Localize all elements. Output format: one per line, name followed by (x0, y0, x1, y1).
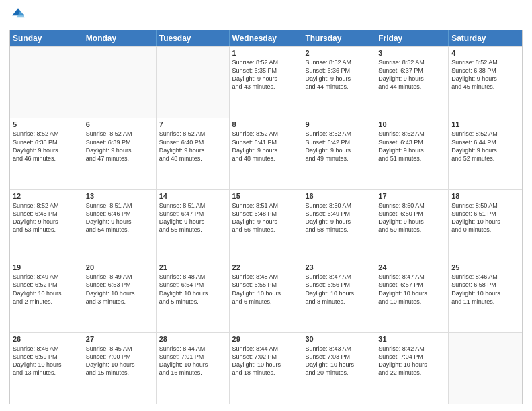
header (9, 7, 523, 24)
day-number: 18 (451, 192, 519, 200)
logo (9, 7, 28, 24)
empty-cell-4-6 (449, 333, 522, 404)
day-cell-19: 19Sunrise: 8:49 AM Sunset: 6:52 PM Dayli… (10, 261, 83, 332)
day-cell-16: 16Sunrise: 8:50 AM Sunset: 6:49 PM Dayli… (302, 190, 375, 261)
calendar-row-4: 26Sunrise: 8:46 AM Sunset: 6:59 PM Dayli… (10, 332, 522, 404)
day-cell-7: 7Sunrise: 8:52 AM Sunset: 6:40 PM Daylig… (157, 118, 230, 189)
day-info: Sunrise: 8:50 AM Sunset: 6:51 PM Dayligh… (451, 201, 519, 234)
day-number: 8 (232, 120, 300, 128)
day-number: 29 (232, 335, 300, 343)
day-info: Sunrise: 8:52 AM Sunset: 6:43 PM Dayligh… (378, 130, 445, 163)
calendar: SundayMondayTuesdayWednesdayThursdayFrid… (9, 30, 523, 404)
day-info: Sunrise: 8:43 AM Sunset: 7:03 PM Dayligh… (305, 345, 372, 377)
day-cell-26: 26Sunrise: 8:46 AM Sunset: 6:59 PM Dayli… (10, 333, 83, 404)
day-cell-24: 24Sunrise: 8:47 AM Sunset: 6:57 PM Dayli… (375, 261, 449, 332)
day-cell-28: 28Sunrise: 8:44 AM Sunset: 7:01 PM Dayli… (157, 333, 230, 404)
day-number: 20 (86, 263, 153, 271)
calendar-row-1: 5Sunrise: 8:52 AM Sunset: 6:38 PM Daylig… (10, 118, 522, 189)
day-info: Sunrise: 8:52 AM Sunset: 6:41 PM Dayligh… (232, 130, 300, 163)
day-info: Sunrise: 8:52 AM Sunset: 6:42 PM Dayligh… (305, 130, 372, 163)
empty-cell-0-1 (83, 47, 157, 118)
day-cell-31: 31Sunrise: 8:42 AM Sunset: 7:04 PM Dayli… (375, 333, 449, 404)
day-number: 7 (159, 120, 226, 128)
day-cell-30: 30Sunrise: 8:43 AM Sunset: 7:03 PM Dayli… (302, 333, 375, 404)
day-info: Sunrise: 8:44 AM Sunset: 7:01 PM Dayligh… (159, 345, 226, 377)
day-info: Sunrise: 8:52 AM Sunset: 6:36 PM Dayligh… (305, 58, 372, 91)
day-number: 23 (305, 263, 372, 271)
day-cell-2: 2Sunrise: 8:52 AM Sunset: 6:36 PM Daylig… (302, 47, 375, 118)
day-number: 12 (13, 192, 80, 200)
day-cell-5: 5Sunrise: 8:52 AM Sunset: 6:38 PM Daylig… (10, 118, 83, 189)
day-cell-21: 21Sunrise: 8:48 AM Sunset: 6:54 PM Dayli… (157, 261, 230, 332)
day-cell-23: 23Sunrise: 8:47 AM Sunset: 6:56 PM Dayli… (302, 261, 375, 332)
header-cell-monday: Monday (83, 30, 157, 46)
header-cell-sunday: Sunday (10, 30, 83, 46)
day-number: 22 (232, 263, 300, 271)
day-info: Sunrise: 8:51 AM Sunset: 6:47 PM Dayligh… (159, 201, 226, 234)
day-number: 15 (232, 192, 300, 200)
day-number: 1 (232, 49, 300, 57)
day-number: 26 (13, 335, 80, 343)
header-cell-wednesday: Wednesday (230, 30, 303, 46)
day-info: Sunrise: 8:52 AM Sunset: 6:45 PM Dayligh… (13, 201, 80, 234)
day-number: 13 (86, 192, 153, 200)
day-info: Sunrise: 8:47 AM Sunset: 6:56 PM Dayligh… (305, 273, 372, 306)
day-info: Sunrise: 8:50 AM Sunset: 6:50 PM Dayligh… (378, 201, 445, 234)
day-info: Sunrise: 8:44 AM Sunset: 7:02 PM Dayligh… (232, 345, 300, 377)
day-number: 19 (13, 263, 80, 271)
day-info: Sunrise: 8:52 AM Sunset: 6:38 PM Dayligh… (13, 130, 80, 163)
day-info: Sunrise: 8:52 AM Sunset: 6:44 PM Dayligh… (451, 130, 519, 163)
day-cell-20: 20Sunrise: 8:49 AM Sunset: 6:53 PM Dayli… (83, 261, 157, 332)
day-number: 2 (305, 49, 372, 57)
day-number: 11 (451, 120, 519, 128)
day-cell-15: 15Sunrise: 8:51 AM Sunset: 6:48 PM Dayli… (230, 190, 303, 261)
day-info: Sunrise: 8:51 AM Sunset: 6:46 PM Dayligh… (86, 201, 153, 234)
day-info: Sunrise: 8:52 AM Sunset: 6:35 PM Dayligh… (232, 58, 300, 91)
day-cell-22: 22Sunrise: 8:48 AM Sunset: 6:55 PM Dayli… (230, 261, 303, 332)
day-info: Sunrise: 8:52 AM Sunset: 6:39 PM Dayligh… (86, 130, 153, 163)
logo-icon (11, 7, 26, 21)
header-cell-thursday: Thursday (302, 30, 375, 46)
day-cell-4: 4Sunrise: 8:52 AM Sunset: 6:38 PM Daylig… (449, 47, 522, 118)
day-number: 9 (305, 120, 372, 128)
day-cell-29: 29Sunrise: 8:44 AM Sunset: 7:02 PM Dayli… (230, 333, 303, 404)
empty-cell-0-2 (157, 47, 230, 118)
day-cell-8: 8Sunrise: 8:52 AM Sunset: 6:41 PM Daylig… (230, 118, 303, 189)
day-info: Sunrise: 8:47 AM Sunset: 6:57 PM Dayligh… (378, 273, 445, 306)
day-cell-12: 12Sunrise: 8:52 AM Sunset: 6:45 PM Dayli… (10, 190, 83, 261)
day-number: 30 (305, 335, 372, 343)
day-number: 5 (13, 120, 80, 128)
day-number: 16 (305, 192, 372, 200)
day-info: Sunrise: 8:46 AM Sunset: 6:59 PM Dayligh… (13, 345, 80, 377)
day-info: Sunrise: 8:51 AM Sunset: 6:48 PM Dayligh… (232, 201, 300, 234)
empty-cell-0-0 (10, 47, 83, 118)
day-info: Sunrise: 8:49 AM Sunset: 6:53 PM Dayligh… (86, 273, 153, 306)
main-container: SundayMondayTuesdayWednesdayThursdayFrid… (0, 0, 532, 411)
header-cell-friday: Friday (375, 30, 449, 46)
day-cell-17: 17Sunrise: 8:50 AM Sunset: 6:50 PM Dayli… (375, 190, 449, 261)
day-number: 14 (159, 192, 226, 200)
day-number: 4 (451, 49, 519, 57)
day-info: Sunrise: 8:48 AM Sunset: 6:54 PM Dayligh… (159, 273, 226, 306)
day-cell-3: 3Sunrise: 8:52 AM Sunset: 6:37 PM Daylig… (375, 47, 449, 118)
day-info: Sunrise: 8:52 AM Sunset: 6:37 PM Dayligh… (378, 58, 445, 91)
day-info: Sunrise: 8:48 AM Sunset: 6:55 PM Dayligh… (232, 273, 300, 306)
day-cell-27: 27Sunrise: 8:45 AM Sunset: 7:00 PM Dayli… (83, 333, 157, 404)
day-cell-10: 10Sunrise: 8:52 AM Sunset: 6:43 PM Dayli… (375, 118, 449, 189)
day-cell-1: 1Sunrise: 8:52 AM Sunset: 6:35 PM Daylig… (230, 47, 303, 118)
day-info: Sunrise: 8:49 AM Sunset: 6:52 PM Dayligh… (13, 273, 80, 306)
calendar-row-3: 19Sunrise: 8:49 AM Sunset: 6:52 PM Dayli… (10, 261, 522, 332)
day-cell-25: 25Sunrise: 8:46 AM Sunset: 6:58 PM Dayli… (449, 261, 522, 332)
day-cell-9: 9Sunrise: 8:52 AM Sunset: 6:42 PM Daylig… (302, 118, 375, 189)
day-info: Sunrise: 8:46 AM Sunset: 6:58 PM Dayligh… (451, 273, 519, 306)
day-info: Sunrise: 8:42 AM Sunset: 7:04 PM Dayligh… (378, 345, 445, 377)
calendar-body: 1Sunrise: 8:52 AM Sunset: 6:35 PM Daylig… (10, 46, 522, 404)
day-cell-11: 11Sunrise: 8:52 AM Sunset: 6:44 PM Dayli… (449, 118, 522, 189)
day-info: Sunrise: 8:50 AM Sunset: 6:49 PM Dayligh… (305, 201, 372, 234)
day-number: 17 (378, 192, 445, 200)
day-info: Sunrise: 8:52 AM Sunset: 6:40 PM Dayligh… (159, 130, 226, 163)
day-number: 25 (451, 263, 519, 271)
day-cell-13: 13Sunrise: 8:51 AM Sunset: 6:46 PM Dayli… (83, 190, 157, 261)
day-number: 10 (378, 120, 445, 128)
day-cell-6: 6Sunrise: 8:52 AM Sunset: 6:39 PM Daylig… (83, 118, 157, 189)
